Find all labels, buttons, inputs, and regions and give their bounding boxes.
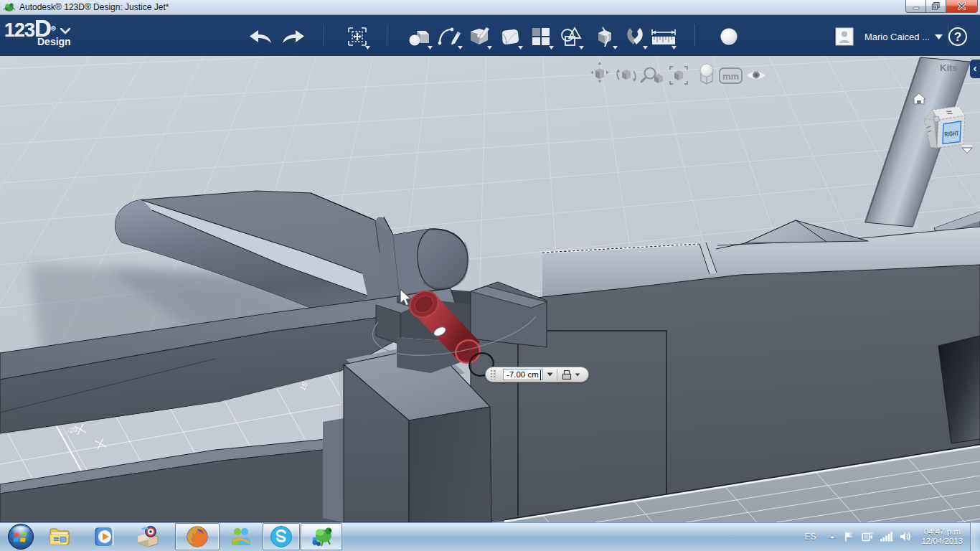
firefox-icon (185, 524, 209, 549)
minimize-button[interactable] (905, 0, 926, 13)
split-icon (594, 26, 616, 47)
logo-design: Design (37, 36, 71, 47)
pattern-tool-button[interactable] (529, 24, 553, 49)
taskbar-app-123d-button[interactable] (301, 523, 342, 550)
construct-dropdown-icon[interactable] (487, 46, 492, 50)
show-hidden-icons[interactable] (828, 534, 837, 540)
construct-tool-button[interactable] (467, 24, 491, 49)
help-button[interactable]: ? (948, 27, 967, 46)
units-label: mm (722, 71, 739, 82)
taskbar-messenger-button[interactable] (222, 523, 260, 550)
pattern-dropdown-icon[interactable] (549, 46, 554, 50)
snap-tool-button[interactable] (623, 24, 647, 49)
undo-tool-button[interactable] (248, 24, 273, 49)
logo-123: 123 (4, 19, 34, 41)
material-icon (720, 27, 738, 46)
viewport-3d[interactable]: 15 -20 (0, 56, 980, 522)
extrude-mode-icon (561, 369, 573, 380)
help-label: ? (954, 30, 961, 44)
app-123d-icon (308, 525, 334, 548)
split-dropdown-icon[interactable] (613, 46, 618, 50)
network-signal-icon[interactable] (880, 532, 892, 542)
avatar[interactable] (833, 26, 854, 47)
scene-canvas: 15 -20 (0, 56, 980, 522)
media-player-icon (93, 526, 116, 547)
taskbar-media-player-button[interactable] (89, 523, 119, 550)
show-desktop-button[interactable] (970, 522, 980, 551)
window-title: Autodesk® 123D® Design: Justice Jet* (19, 2, 169, 12)
pattern-icon (531, 27, 551, 47)
dimension-popup (485, 367, 589, 382)
clock[interactable]: 04:47 p.m. 12/04/2013 (921, 527, 963, 546)
kits-panel-label: Kits (940, 62, 958, 73)
dimension-input[interactable] (503, 369, 543, 380)
snap-icon (624, 26, 646, 47)
start-icon (7, 523, 34, 550)
toolbar-separator (387, 24, 387, 46)
popup-drag-handle[interactable] (490, 369, 496, 380)
game-box-icon (136, 525, 161, 548)
extrude-mode-dropdown[interactable] (558, 369, 583, 380)
user-name[interactable]: Mario Caiced ... (864, 32, 930, 42)
logo-chevron-icon[interactable] (60, 28, 70, 34)
modify-dropdown-icon[interactable] (518, 46, 523, 50)
construct-icon (468, 26, 491, 47)
snap-dropdown-icon[interactable] (643, 46, 648, 50)
material-tool-button[interactable] (717, 24, 741, 49)
user-dropdown-icon[interactable] (935, 34, 943, 39)
primitives-icon (408, 27, 431, 47)
system-tray: ES 04:47 p.m. 12/04/2013 (804, 522, 980, 551)
power-plug-icon[interactable] (862, 532, 873, 542)
transform-dropdown-icon[interactable] (365, 46, 370, 50)
modify-icon (499, 27, 521, 47)
measure-icon (650, 27, 677, 47)
measure-tool-button[interactable] (651, 24, 676, 49)
app-toolbar: 123D® Design Mario Caiced ... ? (0, 15, 980, 56)
taskbar-game-box-button[interactable] (133, 523, 164, 550)
taskbar-explorer-button[interactable] (44, 523, 75, 550)
restore-button[interactable] (926, 0, 946, 13)
minimize-icon (912, 2, 920, 11)
volume-speaker-icon[interactable] (900, 532, 912, 542)
sketch-icon (438, 26, 462, 47)
modify-tool-button[interactable] (498, 24, 522, 49)
undo-icon (248, 29, 273, 44)
collapse-chevron-icon: ‹ (974, 62, 977, 74)
redo-tool-button[interactable] (281, 24, 306, 49)
language-indicator[interactable]: ES (804, 532, 816, 542)
text-caret (540, 370, 541, 380)
view-cube-face-label: RIGHT (944, 130, 959, 138)
toolbar-separator (694, 24, 695, 46)
action-center-flag-icon[interactable] (844, 532, 854, 542)
taskbar-start-button[interactable] (6, 523, 36, 550)
dimension-unit-dropdown[interactable] (543, 367, 556, 382)
mode-dropdown-arrow-icon (575, 373, 580, 377)
kits-collapse-tab[interactable]: ‹ (970, 60, 980, 78)
clock-date: 12/04/2013 (921, 537, 963, 546)
split-tool-button[interactable] (593, 24, 617, 49)
primitives-tool-button[interactable] (407, 24, 432, 49)
clock-time: 04:47 p.m. (921, 527, 963, 537)
combine-icon (560, 26, 583, 47)
sketch-dropdown-icon[interactable] (458, 46, 463, 50)
messenger-icon (229, 525, 253, 548)
dropdown-arrow-icon (547, 372, 553, 377)
nav-units-button[interactable]: mm (720, 68, 742, 83)
sketch-tool-button[interactable] (438, 24, 462, 49)
transform-tool-button[interactable] (345, 24, 369, 49)
restore-icon (931, 1, 941, 11)
measure-dropdown-icon[interactable] (672, 46, 677, 50)
app-window-icon (4, 1, 15, 13)
window-titlebar: Autodesk® 123D® Design: Justice Jet* (0, 0, 980, 15)
combine-dropdown-icon[interactable] (579, 46, 584, 50)
skype-icon (269, 524, 293, 549)
primitives-dropdown-icon[interactable] (428, 46, 433, 50)
taskbar-skype-button[interactable] (263, 523, 300, 550)
explorer-icon (48, 526, 71, 547)
taskbar-firefox-button[interactable] (175, 523, 220, 550)
close-button[interactable] (946, 0, 978, 13)
transform-icon (347, 27, 367, 47)
combine-tool-button[interactable] (559, 24, 583, 49)
close-icon (957, 1, 966, 11)
logo-registered: ® (51, 25, 55, 32)
